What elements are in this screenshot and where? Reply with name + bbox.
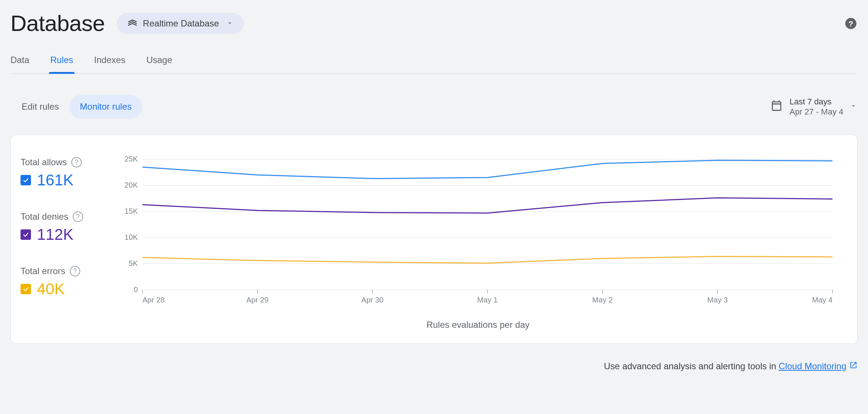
subtab-edit-rules[interactable]: Edit rules: [11, 95, 69, 119]
svg-text:20K: 20K: [125, 181, 138, 189]
date-range-label: Last 7 days: [790, 97, 843, 107]
svg-text:25K: 25K: [125, 156, 138, 163]
rules-evaluations-chart: 05K10K15K20K25KApr 28Apr 29Apr 30May 1Ma…: [120, 156, 836, 330]
metric-denies-value: 112K: [37, 226, 74, 244]
footer-text: Use advanced analysis and alerting tools…: [604, 361, 778, 371]
svg-text:?: ?: [849, 19, 853, 28]
realtime-database-icon: [127, 18, 138, 29]
help-denies-icon[interactable]: ?: [73, 211, 83, 222]
tab-usage[interactable]: Usage: [146, 55, 172, 73]
database-selector-label: Realtime Database: [143, 18, 219, 29]
main-tabs: Data Rules Indexes Usage: [10, 55, 858, 74]
tab-indexes[interactable]: Indexes: [94, 55, 125, 73]
page-title: Database: [10, 10, 105, 36]
svg-text:Apr 30: Apr 30: [361, 296, 384, 304]
checkbox-denies[interactable]: [21, 229, 31, 240]
legend-errors-label: Total errors: [21, 266, 65, 276]
svg-text:May 4: May 4: [812, 296, 833, 304]
tab-data[interactable]: Data: [10, 55, 29, 73]
legend-item-errors: Total errors ? 40K: [21, 266, 106, 298]
legend-item-denies: Total denies ? 112K: [21, 211, 106, 244]
legend-allows-label: Total allows: [21, 157, 67, 167]
legend-denies-label: Total denies: [21, 211, 68, 222]
tab-rules[interactable]: Rules: [50, 55, 73, 73]
cloud-monitoring-hint: Use advanced analysis and alerting tools…: [10, 361, 858, 371]
chart-title: Rules evaluations per day: [120, 320, 836, 330]
cloud-monitoring-link-label: Cloud Monitoring: [779, 361, 846, 371]
svg-text:May 2: May 2: [592, 296, 613, 304]
svg-text:15K: 15K: [125, 207, 138, 215]
database-selector-dropdown[interactable]: Realtime Database: [117, 13, 244, 34]
date-range-value: Apr 27 - May 4: [790, 107, 843, 117]
legend-item-allows: Total allows ? 161K: [21, 157, 106, 189]
checkbox-errors[interactable]: [21, 284, 31, 294]
help-errors-icon[interactable]: ?: [70, 266, 80, 276]
open-external-icon: [849, 361, 858, 371]
calendar-icon: [770, 99, 783, 114]
subtab-monitor-rules[interactable]: Monitor rules: [69, 95, 142, 119]
help-icon[interactable]: ?: [844, 17, 858, 30]
help-allows-icon[interactable]: ?: [71, 157, 82, 167]
metric-allows-value: 161K: [37, 171, 74, 189]
svg-text:Apr 29: Apr 29: [246, 296, 269, 304]
date-range-picker[interactable]: Last 7 days Apr 27 - May 4: [770, 97, 857, 117]
chevron-down-icon: [227, 18, 233, 29]
svg-text:5K: 5K: [129, 259, 138, 267]
svg-text:May 1: May 1: [477, 296, 498, 304]
cloud-monitoring-link[interactable]: Cloud Monitoring: [779, 361, 858, 371]
svg-text:May 3: May 3: [707, 296, 728, 304]
chart-legend: Total allows ? 161K Total denies ? 112K: [21, 156, 106, 330]
svg-text:10K: 10K: [125, 233, 138, 241]
svg-text:Apr 28: Apr 28: [143, 296, 165, 304]
metric-errors-value: 40K: [37, 280, 65, 298]
chevron-down-icon: [850, 102, 857, 112]
checkbox-allows[interactable]: [21, 175, 31, 185]
svg-text:0: 0: [134, 285, 138, 294]
monitor-rules-card: Total allows ? 161K Total denies ? 112K: [10, 134, 858, 344]
